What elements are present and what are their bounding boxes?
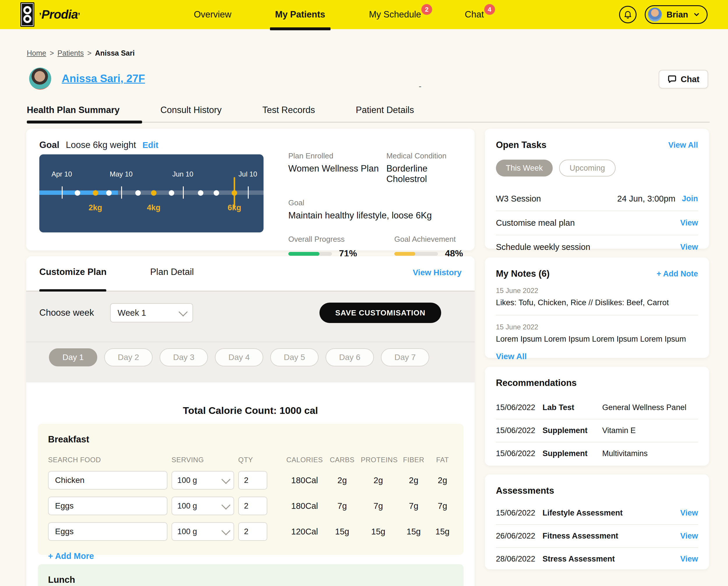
day-pill-3[interactable]: Day 3 (160, 348, 208, 366)
day-pill-7[interactable]: Day 7 (381, 348, 429, 366)
breadcrumb-patients[interactable]: Patients (57, 49, 84, 57)
food-search-input[interactable] (48, 496, 167, 515)
task-row: Schedule weekly session View (496, 235, 698, 259)
week-select[interactable]: Week 1 (110, 303, 193, 323)
topbar-actions: Brian (619, 5, 708, 24)
timeline-tick (62, 186, 62, 199)
notifications-button[interactable] (619, 6, 636, 23)
main-nav: Overview My Patients My Schedule2 Chat4 (193, 0, 484, 29)
timeline-dot (214, 190, 219, 196)
filter-upcoming[interactable]: Upcoming (559, 160, 616, 177)
goal-achievement-bar (394, 252, 438, 256)
milestone-label: 2kg (88, 203, 102, 212)
bell-icon (623, 10, 632, 19)
nav-my-schedule[interactable]: My Schedule2 (369, 0, 421, 29)
note-item: 15 June 2022 Likes: Tofu, Chicken, Rice … (496, 279, 698, 315)
serving-select[interactable]: 100 g (172, 496, 234, 515)
overall-progress-label: Overall Progress (288, 235, 394, 244)
day-pill-4[interactable]: Day 4 (215, 348, 263, 366)
timeline-month-label: Apr 10 (52, 170, 72, 178)
band-divider (26, 342, 475, 342)
nav-my-patients[interactable]: My Patients (275, 0, 325, 29)
assessment-name: Lifestyle Assessment (543, 509, 675, 517)
breadcrumb-separator: > (50, 49, 54, 57)
day-pill-6[interactable]: Day 6 (326, 348, 374, 366)
timeline-dot (169, 190, 175, 196)
patient-name-link[interactable]: Anissa Sari, 27F (62, 73, 145, 85)
assessment-view-link[interactable]: View (675, 532, 698, 540)
task-time: 24 Jun, 3:00pm (617, 194, 676, 204)
recommendation-value: General Wellness Panel (602, 403, 698, 412)
assessments-list: 15/06/2022 Lifestyle Assessment View 26/… (496, 502, 698, 570)
milestone-dot-4kg (151, 190, 156, 196)
add-more-link[interactable]: + Add More (48, 551, 94, 561)
recommendation-value: Vitamin E (602, 426, 698, 435)
assessment-view-link[interactable]: View (675, 509, 698, 517)
proteins-value: 15g (361, 527, 396, 536)
col-proteins: PROTEINS (361, 456, 396, 464)
timeline-month-label: Jul 10 (238, 170, 257, 178)
task-view-link[interactable]: View (680, 219, 698, 227)
timeline-month-label: Jun 10 (173, 170, 193, 178)
timeline-tick (183, 186, 184, 199)
assessment-row: 28/06/2022 Stress Assessment View (496, 548, 698, 570)
proteins-value: 2g (361, 476, 396, 485)
task-view-link[interactable]: View (680, 243, 698, 252)
milestone-label: 4kg (147, 203, 160, 212)
recommendation-row: 15/06/2022 Supplement Vitamin E (496, 419, 698, 442)
filter-this-week[interactable]: This Week (496, 160, 553, 177)
day-pill-5[interactable]: Day 5 (270, 348, 318, 366)
tab-plan-detail[interactable]: Plan Detail (150, 267, 194, 277)
qty-input[interactable] (238, 471, 267, 490)
task-name: W3 Session (496, 194, 541, 204)
assessment-view-link[interactable]: View (675, 555, 698, 564)
note-date: 15 June 2022 (496, 287, 698, 295)
task-join-link[interactable]: Join (682, 194, 698, 203)
add-note-link[interactable]: + Add Note (657, 270, 698, 278)
recommendation-value: Multivitamins (602, 449, 698, 458)
view-history-link[interactable]: View History (413, 268, 462, 277)
recommendation-date: 15/06/2022 (496, 403, 543, 412)
assessment-date: 15/06/2022 (496, 509, 543, 517)
serving-select[interactable]: 100 g (172, 522, 234, 541)
recommendations-card: Recommendations 15/06/2022 Lab Test Gene… (485, 367, 709, 466)
timeline-tick (248, 186, 249, 199)
day-pill-1[interactable]: Day 1 (49, 348, 97, 366)
open-tasks-title: Open Tasks (496, 140, 546, 150)
recommendation-date: 15/06/2022 (496, 426, 543, 435)
note-text: Likes: Tofu, Chicken, Rice // Dislikes: … (496, 298, 698, 307)
save-customisation-button[interactable]: SAVE CUSTOMISATION (319, 303, 441, 323)
patient-chat-button[interactable]: Chat (659, 70, 708, 88)
notes-view-all-link[interactable]: View All (496, 352, 698, 361)
tasks-view-all-link[interactable]: View All (668, 141, 698, 150)
col-carbs: CARBS (328, 456, 357, 464)
qty-input[interactable] (238, 496, 267, 515)
brand-wordmark: ’Prodia’ (39, 7, 80, 22)
serving-select[interactable]: 100 g (172, 471, 234, 490)
brand-logo[interactable]: ’Prodia’ (20, 2, 80, 27)
nav-chat[interactable]: Chat4 (465, 0, 484, 29)
tab-test-records[interactable]: Test Records (262, 105, 315, 124)
profile-menu[interactable]: Brian (645, 5, 708, 24)
schedule-badge: 2 (421, 4, 432, 15)
meal-name: Lunch (48, 575, 453, 585)
breadcrumb: Home > Patients > Anissa Sari (27, 49, 134, 57)
assessments-card: Assessments 15/06/2022 Lifestyle Assessm… (485, 475, 709, 569)
tab-patient-details[interactable]: Patient Details (356, 105, 414, 124)
food-search-input[interactable] (48, 471, 167, 490)
tab-customize-plan[interactable]: Customize Plan (39, 267, 107, 277)
col-fat: FAT (432, 456, 453, 464)
top-navbar: ’Prodia’ Overview My Patients My Schedul… (0, 0, 728, 29)
breadcrumb-home[interactable]: Home (27, 49, 46, 57)
goal-edit-link[interactable]: Edit (142, 141, 158, 150)
food-row: 100 g 120Cal 15g 15g 15g 15g (48, 522, 453, 541)
tab-consult-history[interactable]: Consult History (160, 105, 222, 124)
plan-enrolled-label: Plan Enrolled (288, 151, 386, 160)
day-pill-2[interactable]: Day 2 (104, 348, 153, 366)
timeline-dot (135, 190, 141, 196)
milestone-label: 6kg (228, 203, 241, 212)
nav-overview[interactable]: Overview (193, 0, 231, 29)
qty-input[interactable] (238, 522, 267, 541)
breadcrumb-separator: > (87, 49, 92, 57)
food-search-input[interactable] (48, 522, 167, 541)
